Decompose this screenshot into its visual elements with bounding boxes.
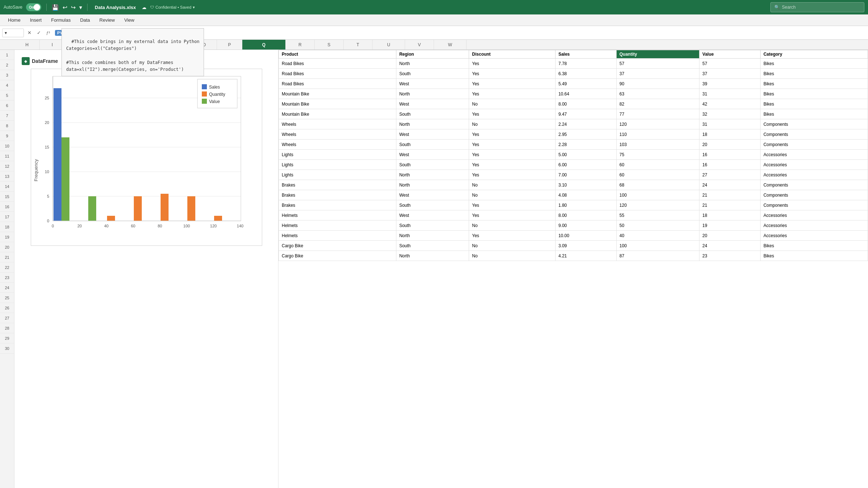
table-cell[interactable]: 40 xyxy=(616,231,699,241)
table-cell[interactable]: 110 xyxy=(616,129,699,140)
table-cell[interactable]: Helmets xyxy=(279,231,396,241)
table-cell[interactable]: North xyxy=(396,59,469,69)
table-cell[interactable]: Accessories xyxy=(760,210,868,221)
table-cell[interactable]: 31 xyxy=(699,119,761,129)
table-cell[interactable]: 8.00 xyxy=(555,210,616,221)
table-cell[interactable]: Accessories xyxy=(760,160,868,170)
row-number-18[interactable]: 18 xyxy=(0,222,14,232)
table-cell[interactable]: Yes xyxy=(469,69,556,79)
table-cell[interactable]: Yes xyxy=(469,231,556,241)
table-cell[interactable]: South xyxy=(396,109,469,119)
menu-item-home[interactable]: Home xyxy=(4,16,25,24)
table-cell[interactable]: 37 xyxy=(699,69,761,79)
row-number-23[interactable]: 23 xyxy=(0,273,14,283)
table-cell[interactable]: Components xyxy=(760,190,868,200)
table-cell[interactable]: Cargo Bike xyxy=(279,241,396,251)
table-cell[interactable]: West xyxy=(396,99,469,109)
table-cell[interactable]: 39 xyxy=(699,79,761,89)
table-cell[interactable]: 37 xyxy=(616,69,699,79)
row-number-2[interactable]: 2 xyxy=(0,60,14,70)
cloud-icon[interactable]: ☁ xyxy=(142,5,146,10)
col-header-U[interactable]: U xyxy=(373,40,405,50)
table-header-quantity[interactable]: Quantity xyxy=(616,50,699,59)
menu-item-review[interactable]: Review xyxy=(95,16,119,24)
row-number-4[interactable]: 4 xyxy=(0,80,14,90)
table-cell[interactable]: No xyxy=(469,99,556,109)
table-cell[interactable]: North xyxy=(396,89,469,99)
row-number-8[interactable]: 8 xyxy=(0,121,14,131)
table-cell[interactable]: 18 xyxy=(699,129,761,140)
table-cell[interactable]: 77 xyxy=(616,109,699,119)
table-cell[interactable]: South xyxy=(396,221,469,231)
table-header-product[interactable]: Product xyxy=(279,50,396,59)
table-cell[interactable]: South xyxy=(396,69,469,79)
menu-item-formulas[interactable]: Formulas xyxy=(47,16,75,24)
table-cell[interactable]: Components xyxy=(760,119,868,129)
table-cell[interactable]: Bikes xyxy=(760,241,868,251)
table-cell[interactable]: 8.00 xyxy=(555,99,616,109)
table-cell[interactable]: 57 xyxy=(699,59,761,69)
table-cell[interactable]: 16 xyxy=(699,160,761,170)
table-cell[interactable]: Yes xyxy=(469,109,556,119)
table-cell[interactable]: Yes xyxy=(469,150,556,160)
row-number-1[interactable]: 1 xyxy=(0,50,14,60)
table-cell[interactable]: Road Bikes xyxy=(279,59,396,69)
row-number-21[interactable]: 21 xyxy=(0,252,14,262)
table-cell[interactable]: 31 xyxy=(699,89,761,99)
table-cell[interactable]: 82 xyxy=(616,99,699,109)
row-number-13[interactable]: 13 xyxy=(0,171,14,181)
table-cell[interactable]: 103 xyxy=(616,140,699,150)
row-number-3[interactable]: 3 xyxy=(0,70,14,80)
table-cell[interactable]: North xyxy=(396,170,469,180)
table-cell[interactable]: No xyxy=(469,251,556,261)
table-cell[interactable]: West xyxy=(396,150,469,160)
table-cell[interactable]: Wheels xyxy=(279,119,396,129)
table-cell[interactable]: 4.08 xyxy=(555,190,616,200)
table-cell[interactable]: South xyxy=(396,200,469,210)
col-header-Q[interactable]: Q xyxy=(242,40,286,50)
row-number-17[interactable]: 17 xyxy=(0,212,14,222)
col-header-P[interactable]: P xyxy=(217,40,242,50)
row-number-25[interactable]: 25 xyxy=(0,293,14,303)
save-icon[interactable]: 💾 xyxy=(52,4,59,11)
table-cell[interactable]: 24 xyxy=(699,241,761,251)
table-cell[interactable]: 55 xyxy=(616,210,699,221)
row-number-6[interactable]: 6 xyxy=(0,100,14,111)
search-box[interactable]: 🔍 Search xyxy=(770,2,864,12)
table-cell[interactable]: Brakes xyxy=(279,200,396,210)
table-cell[interactable]: Yes xyxy=(469,210,556,221)
table-cell[interactable]: No xyxy=(469,221,556,231)
table-cell[interactable]: Yes xyxy=(469,170,556,180)
row-number-5[interactable]: 5 xyxy=(0,90,14,100)
table-cell[interactable]: 100 xyxy=(616,190,699,200)
table-cell[interactable]: Bikes xyxy=(760,251,868,261)
row-number-28[interactable]: 28 xyxy=(0,323,14,333)
table-cell[interactable]: 100 xyxy=(616,241,699,251)
col-header-V[interactable]: V xyxy=(405,40,434,50)
table-cell[interactable]: North xyxy=(396,180,469,190)
row-number-29[interactable]: 29 xyxy=(0,333,14,343)
table-cell[interactable]: Accessories xyxy=(760,150,868,160)
table-cell[interactable]: 5.00 xyxy=(555,150,616,160)
table-cell[interactable]: Lights xyxy=(279,170,396,180)
table-cell[interactable]: 63 xyxy=(616,89,699,99)
table-cell[interactable]: 2.95 xyxy=(555,129,616,140)
table-cell[interactable]: 75 xyxy=(616,150,699,160)
cell-reference[interactable]: ▾ xyxy=(2,29,24,37)
row-number-15[interactable]: 15 xyxy=(0,192,14,202)
table-cell[interactable]: 7.00 xyxy=(555,170,616,180)
table-header-sales[interactable]: Sales xyxy=(555,50,616,59)
table-cell[interactable]: Mountain Bike xyxy=(279,109,396,119)
table-cell[interactable]: 3.10 xyxy=(555,180,616,190)
table-cell[interactable]: Yes xyxy=(469,89,556,99)
table-cell[interactable]: Components xyxy=(760,200,868,210)
col-header-T[interactable]: T xyxy=(344,40,373,50)
table-cell[interactable]: 50 xyxy=(616,221,699,231)
table-cell[interactable]: West xyxy=(396,210,469,221)
table-cell[interactable]: Yes xyxy=(469,129,556,140)
table-cell[interactable]: 10.64 xyxy=(555,89,616,99)
table-cell[interactable]: Components xyxy=(760,129,868,140)
table-header-value[interactable]: Value xyxy=(699,50,761,59)
row-number-12[interactable]: 12 xyxy=(0,161,14,171)
insert-function-button[interactable]: ƒ³ xyxy=(44,29,52,37)
